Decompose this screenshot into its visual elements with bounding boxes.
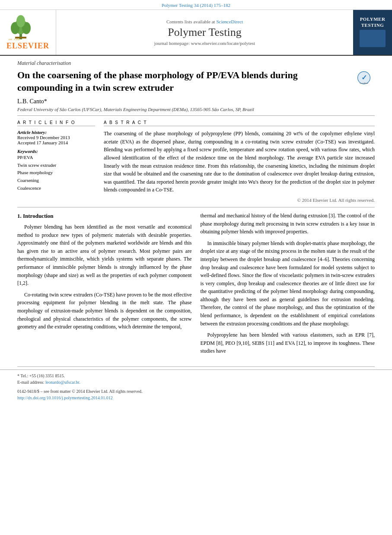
- body-para-2: Co-rotating twin screw extruders (Co-TSE…: [17, 291, 192, 331]
- elsevier-wordmark: ELSEVIER: [6, 41, 49, 51]
- journal-homepage: journal homepage: www.elsevier.com/locat…: [154, 41, 255, 46]
- article-info-heading: A R T I C L E I N F O: [17, 120, 95, 126]
- article-history-group: Article history: Received 9 December 201…: [17, 130, 95, 145]
- body-para-3: thermal and mechanical history of the bl…: [201, 212, 375, 236]
- elsevier-tree-icon: est. 1580: [6, 14, 41, 40]
- journal-center-header: Contents lists available at ScienceDirec…: [56, 10, 353, 55]
- keywords-label: Keywords:: [17, 149, 95, 154]
- top-bar: Polymer Testing 34 (2014) 175–182: [0, 0, 392, 10]
- body-two-col: 1. Introduction Polymer blending has bee…: [17, 212, 375, 359]
- abstract-column: A B S T R A C T The coarsening of the ph…: [104, 120, 375, 203]
- footnote-section: * Tel.: +55 (16) 3351 8515. E-mail addre…: [0, 369, 392, 403]
- badge-title-line2: TESTING: [360, 22, 386, 28]
- elsevier-logo-section: est. 1580 ELSEVIER: [0, 10, 56, 55]
- doi-link[interactable]: http://dx.doi.org/10.1016/j.polymertesti…: [17, 395, 113, 400]
- body-col-left: 1. Introduction Polymer blending has bee…: [17, 212, 192, 359]
- abstract-heading: A B S T R A C T: [104, 120, 375, 126]
- svg-text:est. 1580: est. 1580: [9, 38, 20, 40]
- body-para-5: Polypropylene has been blended with vari…: [201, 331, 375, 355]
- keyword-morphology: Phase morphology: [17, 169, 95, 177]
- journal-citation: Polymer Testing 34 (2014) 175–182: [162, 3, 230, 8]
- body-para-1: Polymer blending has been identified as …: [17, 223, 192, 287]
- article-title-container: On the coarsening of the phase morpholog…: [17, 69, 375, 94]
- body-para-4: In immiscible binary polymer blends with…: [201, 239, 375, 328]
- article-title-text: On the coarsening of the phase morpholog…: [17, 69, 353, 94]
- footnote-doi: http://dx.doi.org/10.1016/j.polymertesti…: [17, 395, 375, 401]
- received-date: Received 9 December 2013: [17, 135, 95, 140]
- keyword-ppeva: PP/EVA: [17, 154, 95, 162]
- body-col-right: thermal and mechanical history of the bl…: [201, 212, 375, 359]
- keywords-group: Keywords: PP/EVA Twin screw extruder Pha…: [17, 149, 95, 192]
- keyword-extruder: Twin screw extruder: [17, 162, 95, 169]
- divider-1: [17, 115, 375, 116]
- email-link[interactable]: leonardo@ufscar.br.: [45, 380, 80, 385]
- badge-title-line1: POLYMER: [360, 16, 386, 22]
- svg-point-4: [16, 15, 25, 27]
- article-info-column: A R T I C L E I N F O Article history: R…: [17, 120, 95, 203]
- article-section: Material characterisation On the coarsen…: [0, 56, 392, 203]
- journal-title-header: Polymer Testing: [168, 26, 241, 39]
- abstract-text: The coarsening of the phase morphology o…: [104, 130, 375, 194]
- keyword-coalescence: Coalescence: [17, 185, 95, 192]
- footnote-email: E-mail address: leonardo@ufscar.br.: [17, 379, 375, 385]
- sciencedirect-link[interactable]: ScienceDirect: [216, 19, 243, 24]
- article-history-label: Article history:: [17, 130, 95, 135]
- two-column-section: A R T I C L E I N F O Article history: R…: [17, 120, 375, 203]
- author-affiliation: Federal University of São Carlos (UFSCar…: [17, 107, 375, 112]
- badge-image: [360, 30, 386, 47]
- journal-header: est. 1580 ELSEVIER Contents lists availa…: [0, 10, 392, 56]
- section1-title: 1. Introduction: [17, 212, 192, 220]
- crossmark-badge[interactable]: ✓ CrossMark: [353, 69, 375, 86]
- svg-text:✓: ✓: [361, 74, 367, 81]
- crossmark-icon: ✓ CrossMark: [357, 71, 371, 85]
- author-name: L.B. Canto*: [17, 98, 375, 105]
- article-type: Material characterisation: [17, 60, 375, 67]
- accepted-date: Accepted 17 January 2014: [17, 140, 95, 145]
- polymer-testing-badge: POLYMER TESTING: [353, 10, 392, 55]
- divider-3: [17, 366, 375, 367]
- copyright-line: © 2014 Elsevier Ltd. All rights reserved…: [104, 197, 375, 203]
- footnote-phone: * Tel.: +55 (16) 3351 8515.: [17, 373, 375, 379]
- keyword-coarsening: Coarsening: [17, 177, 95, 185]
- body-section: 1. Introduction Polymer blending has bee…: [0, 207, 392, 363]
- footnote-issn: 0142-9418/$ – see front matter © 2014 El…: [17, 388, 375, 395]
- sciencedirect-line: Contents lists available at ScienceDirec…: [166, 19, 243, 24]
- svg-text:CrossMark: CrossMark: [360, 82, 368, 84]
